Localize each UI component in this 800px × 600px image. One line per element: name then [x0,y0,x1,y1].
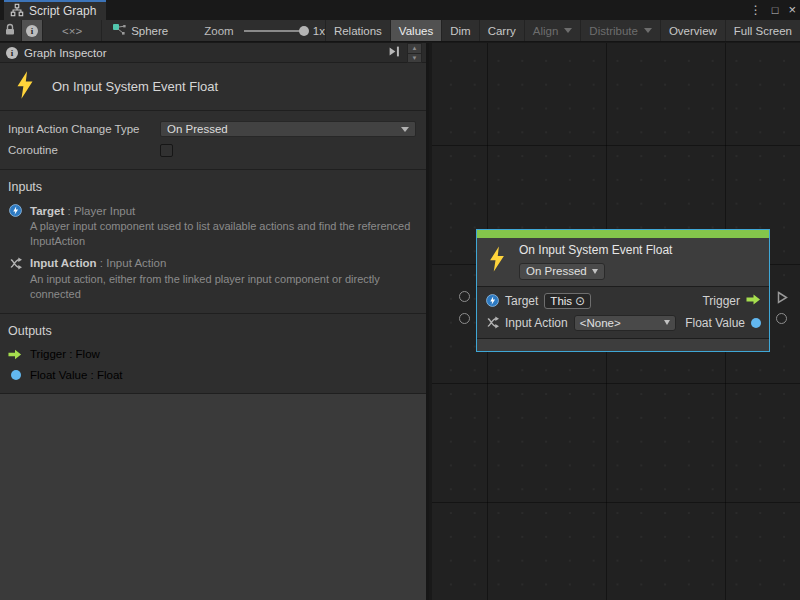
window-controls: ⋮ □ × [750,0,796,20]
tab-script-graph[interactable]: Script Graph [4,0,106,20]
outputs-section: Outputs Trigger : Flow Float Value : Flo… [0,314,426,394]
zoom-slider-handle[interactable] [299,26,309,36]
coroutine-checkbox[interactable] [160,144,173,157]
graph-asset-icon [112,23,126,39]
inspector-title: Graph Inspector [24,47,106,59]
target-port-label: Target [505,294,538,308]
lock-icon [4,23,16,38]
inspector-header: i Graph Inspector ▲ ▼ [0,43,426,63]
output-doc-float-value: Float Value : Float [8,369,418,381]
script-graph-icon [10,3,24,20]
graph-name-label: Sphere [131,25,168,37]
graph-toolbar: i <×> Sphere Zoom 1x Relations Values D [0,20,800,42]
lightning-bolt-icon [14,70,36,103]
graph-inspector-panel: i Graph Inspector ▲ ▼ On Input System Ev… [0,43,429,600]
node-row-inputaction-floatvalue: Input Action <None> Float Value [485,312,761,334]
lock-button[interactable] [0,20,22,41]
values-button[interactable]: Values [390,20,441,41]
inspected-node-header: On Input System Event Float [0,63,426,111]
distribute-dropdown-button[interactable]: Distribute [580,20,660,41]
chevron-down-icon [564,28,572,33]
float-value-port-label: Float Value [685,316,745,330]
chevron-down-icon [592,269,598,274]
dock-panel-icon[interactable] [388,45,401,60]
input-port-input-action[interactable] [459,313,470,324]
input-port-target[interactable] [459,291,470,302]
scroll-up-icon: ▲ [412,45,418,51]
inspector-empty-area [0,394,426,600]
flow-arrow-icon [746,294,761,308]
zoom-label: Zoom [204,25,233,37]
overview-button[interactable]: Overview [660,20,725,41]
graph-reference[interactable]: Sphere [102,20,178,41]
inspector-toggle-button[interactable]: i [22,20,44,41]
node-header: On Input System Event Float On Pressed [477,238,769,286]
code-icon: <×> [62,25,82,37]
toolbar-right-group: Relations Values Dim Carry Align Distrib… [325,20,800,41]
dim-button[interactable]: Dim [441,20,478,41]
info-icon: i [26,25,38,37]
input-doc-input-action: Input Action : Input Action An input act… [8,257,418,302]
inspector-fields: Input Action Change Type On Pressed Coro… [0,111,426,170]
float-value-dot-icon [751,318,761,328]
scroll-up-button[interactable]: ▲ [408,44,421,53]
tab-bar: Script Graph ⋮ □ × [0,0,800,20]
input-doc-description: A player input component used to list av… [30,219,418,249]
output-port-float-value[interactable] [776,313,787,324]
align-dropdown-button[interactable]: Align [524,20,581,41]
output-port-trigger[interactable] [777,290,788,301]
change-type-label: Input Action Change Type [8,123,160,135]
node-row-target-trigger: Target This ⊙ Trigger [485,290,761,312]
full-screen-button[interactable]: Full Screen [725,20,800,41]
node-title: On Input System Event Float [519,243,672,257]
zoom-value: 1x [313,25,325,37]
close-icon[interactable]: × [788,0,796,20]
node-footer [477,339,769,351]
object-picker-icon[interactable]: ⊙ [575,295,585,307]
node-body: Target This ⊙ Trigger [477,286,769,339]
tab-title: Script Graph [29,4,96,18]
inspector-scrollbar: ▲ ▼ [407,43,422,63]
inputs-section: Inputs Target : Player Input A player in… [0,170,426,314]
input-doc-description: An input action, either from the linked … [30,272,418,302]
player-input-icon [485,294,499,307]
inspected-node-title: On Input System Event Float [52,79,218,94]
node-change-type-dropdown[interactable]: On Pressed [519,263,605,280]
float-value-dot-icon [8,370,22,380]
script-graph-window: Script Graph ⋮ □ × i <×> [0,0,800,600]
maximize-icon[interactable]: □ [772,0,779,20]
zoom-slider[interactable] [244,30,305,32]
trigger-port-label: Trigger [702,294,740,308]
input-action-icon [485,316,499,329]
info-icon: i [6,47,18,59]
chevron-down-icon [644,28,652,33]
code-preview-button[interactable]: <×> [43,20,102,41]
player-input-icon [8,204,22,217]
scroll-down-icon: ▼ [412,55,418,61]
input-action-port-label: Input Action [505,316,568,330]
relations-button[interactable]: Relations [325,20,390,41]
lightning-bolt-icon [487,245,507,277]
chevron-down-icon [664,320,670,325]
target-this-chip[interactable]: This ⊙ [544,293,591,309]
output-doc-trigger: Trigger : Flow [8,348,418,360]
outputs-heading: Outputs [8,324,418,338]
inputs-heading: Inputs [8,180,418,194]
input-action-none-dropdown[interactable]: <None> [574,315,676,331]
input-action-icon [8,257,22,270]
coroutine-label: Coroutine [8,144,160,156]
graph-canvas[interactable]: On Input System Event Float On Pressed [432,43,800,600]
flow-arrow-icon [8,349,22,360]
scroll-down-button[interactable]: ▼ [408,53,421,62]
kebab-menu-icon[interactable]: ⋮ [750,0,762,20]
chevron-down-icon [401,127,409,132]
change-type-dropdown[interactable]: On Pressed [160,121,416,137]
input-doc-target: Target : Player Input A player input com… [8,204,418,249]
carry-button[interactable]: Carry [479,20,524,41]
node-event-accent-bar [477,230,769,238]
node-on-input-system-event-float[interactable]: On Input System Event Float On Pressed [476,229,770,352]
